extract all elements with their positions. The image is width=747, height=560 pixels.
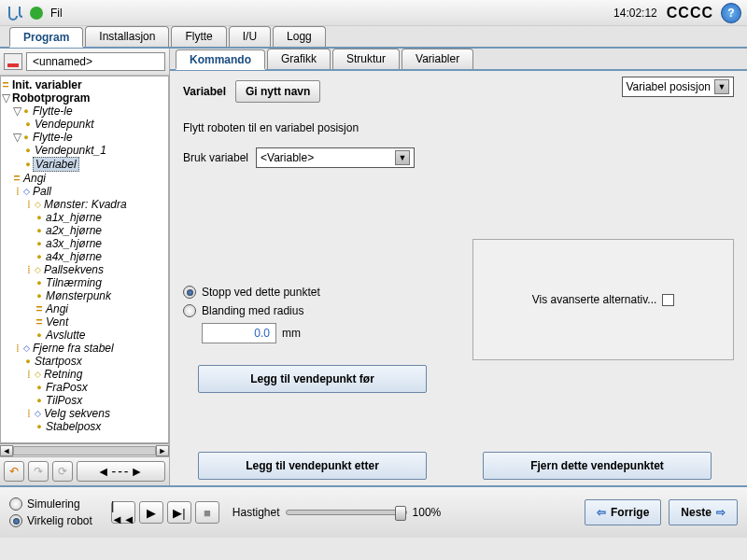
subtab-grafikk[interactable]: Grafikk [267,49,331,69]
tab-program[interactable]: Program [9,27,83,48]
use-variable-label: Bruk variabel [183,151,248,164]
chevron-down-icon[interactable]: ▼ [714,79,729,94]
tree-node[interactable]: =Vent [1,315,168,329]
tree-node[interactable]: ●a3x_hjørne [1,237,168,250]
tree-node[interactable]: ●Variabel [1,157,168,172]
tree-node[interactable]: ●TilPosx [1,394,168,407]
cycle-button[interactable]: ⟳ [52,461,73,482]
tree-node[interactable]: ●a4x_hjørne [1,250,168,263]
move-node-buttons[interactable]: ◄---► [77,461,165,482]
tab-logg[interactable]: Logg [273,26,326,47]
panel-description: Flytt roboten til en variabel posisjon [183,121,734,134]
radio-blend-label: Blanding med radius [202,304,303,317]
tree-hscroll[interactable]: ◄ ► [0,443,169,456]
save-icon[interactable] [4,53,22,70]
rewind-button[interactable]: |◄◄ [111,501,135,524]
tree-node[interactable]: ⁞◇Pallsekvens [1,263,168,276]
real-robot-label: Virkelig robot [27,514,92,527]
rename-button[interactable]: Gi nytt navn [235,80,320,103]
tree-node[interactable]: ●Vendepunkt [1,118,168,131]
tree-node[interactable]: ⁞◇Velg sekvens [1,407,168,420]
advanced-checkbox[interactable] [662,294,674,306]
speed-slider[interactable] [286,510,407,515]
radio-simulation[interactable] [9,497,22,511]
tree-node[interactable]: ⁞◇Fjerne fra stabel [1,342,168,355]
globe-icon[interactable] [30,7,43,20]
tree-node[interactable]: ●Mønsterpunk [1,289,168,302]
tree-node[interactable]: =Angi [1,302,168,315]
tree-node[interactable]: ●Avslutte [1,329,168,342]
tree-node[interactable]: ●Startposx [1,355,168,368]
tree-node[interactable]: =Angi [1,172,168,185]
tree-node[interactable]: ⁞◇Pall [1,185,168,198]
redo-button[interactable]: ↷ [28,461,49,482]
add-waypoint-before-button[interactable]: Legg til vendepunkt før [198,365,427,393]
menu-file[interactable]: Fil [50,7,63,20]
use-variable-value: <Variable> [261,151,391,164]
position-type-value: Variabel posisjon [627,80,712,93]
undo-button[interactable]: ↶ [4,461,24,482]
chevron-down-icon[interactable]: ▼ [395,150,410,165]
tree-node[interactable]: =Init. variabler [1,78,168,91]
tree-node[interactable]: ⁞◇Mønster: Kvadra [1,198,168,211]
tree-node[interactable]: ●Stabelposx [1,420,168,433]
radio-real-robot[interactable] [9,514,22,527]
use-variable-select[interactable]: <Variable> ▼ [256,147,415,168]
next-button[interactable]: Neste⇨ [669,499,738,525]
tree-node[interactable]: ▽Robotprogram [1,91,168,105]
tab-i/u[interactable]: I/U [229,26,271,47]
play-button[interactable]: ▶ [139,501,163,524]
radio-stop[interactable] [183,286,196,299]
tree-node[interactable]: ●a2x_hjørne [1,224,168,237]
simulation-label: Simulering [27,497,80,511]
tree-node[interactable]: ●FraPosx [1,381,168,394]
stop-button[interactable]: ■ [195,501,219,524]
previous-button[interactable]: ⇦Forrige [585,499,661,525]
speed-value: 100% [413,506,442,519]
remove-waypoint-button[interactable]: Fjern dette vendepunktet [483,452,712,480]
tree-node[interactable]: ⁞◇Retning [1,368,168,381]
arrow-left-icon: ⇦ [597,506,606,519]
clock: 14:02:12 [613,7,657,20]
subtab-variabler[interactable]: Variabler [402,49,473,69]
scroll-left-icon[interactable]: ◄ [0,445,13,456]
tab-installasjon[interactable]: Installasjon [85,26,169,47]
radio-blend[interactable] [183,304,196,317]
tree-node[interactable]: ●Vendepunkt_1 [1,144,168,157]
tree-node[interactable]: ▽●Flytte-le [1,105,168,118]
subtab-struktur[interactable]: Struktur [332,49,400,69]
status-cccc: CCCC [667,5,713,21]
tab-flytte[interactable]: Flytte [171,26,226,47]
scroll-right-icon[interactable]: ► [156,445,169,456]
ur-logo [6,4,24,22]
tree-node[interactable]: ▽●Flytte-le [1,131,168,144]
step-button[interactable]: ▶| [167,501,191,524]
tree-node[interactable]: ●Tilnærming [1,276,168,289]
filename-field[interactable]: <unnamed> [26,52,165,71]
panel-title: Variabel [183,85,226,98]
advanced-label: Vis avanserte alternativ... [532,293,657,306]
blend-unit: mm [282,327,301,340]
arrow-right-icon: ⇨ [716,506,726,519]
program-tree[interactable]: =Init. variabler▽Robotprogram▽●Flytte-le… [0,76,169,443]
add-waypoint-after-button[interactable]: Legg til vendepunkt etter [198,452,427,480]
position-type-select[interactable]: Variabel posisjon ▼ [622,77,735,97]
subtab-kommando[interactable]: Kommando [176,49,265,70]
tree-node[interactable]: ●a1x_hjørne [1,211,168,224]
blend-radius-input[interactable]: 0.0 [202,323,276,343]
radio-stop-label: Stopp ved dette punktet [202,286,320,299]
help-icon[interactable]: ? [721,3,741,23]
speed-label: Hastighet [233,506,280,519]
